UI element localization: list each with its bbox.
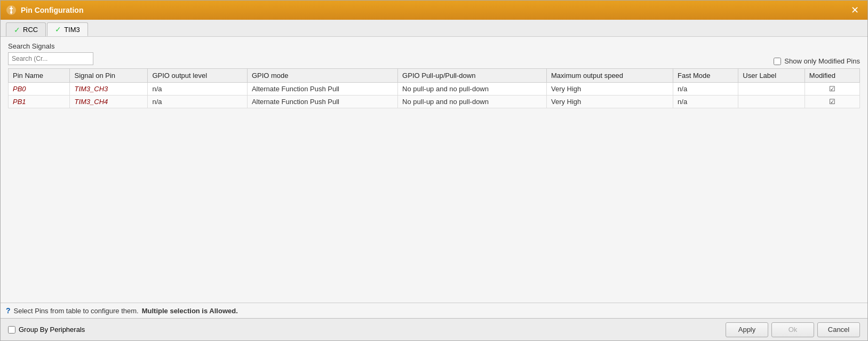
tab-tim3-check-icon: ✓ [55,25,61,34]
cell-row1-col6: n/a [673,96,738,108]
cell-row0-col0: PB0 [9,83,70,96]
cell-row1-col2: n/a [148,96,247,108]
cell-row0-col1: TIM3_CH3 [70,83,148,96]
search-area: Search Signals Show only Modified Pins [1,37,867,68]
col-gpio-pull: GPIO Pull-up/Pull-down [398,69,547,83]
group-by-peripherals-text: Group By Peripherals [19,326,85,334]
tabs-bar: ✓ RCC ✓ TIM3 [1,20,867,37]
status-text-bold: Multiple selection is Allowed. [142,307,238,315]
col-fast-mode: Fast Mode [673,69,738,83]
main-window: Pin Configuration ✕ ✓ RCC ✓ TIM3 Search … [0,0,868,341]
tab-rcc-label: RCC [23,26,38,34]
content-area: Search Signals Show only Modified Pins P… [1,37,867,303]
close-button[interactable]: ✕ [848,3,862,17]
col-gpio-mode: GPIO mode [247,69,397,83]
status-icon: ? [6,306,11,315]
status-text-normal: Select Pins from table to configure them… [14,307,139,315]
bottom-bar: Group By Peripherals Apply Ok Cancel [1,318,867,340]
ok-button[interactable]: Ok [771,322,814,337]
cell-row0-col3: Alternate Function Push Pull [247,83,397,96]
show-modified-text: Show only Modified Pins [784,57,860,65]
search-signals-label: Search Signals [8,42,93,50]
cell-row1-col1: TIM3_CH4 [70,96,148,108]
col-pin-name: Pin Name [9,69,70,83]
show-modified-label[interactable]: Show only Modified Pins [774,57,860,65]
status-bar: ? Select Pins from table to configure th… [1,303,867,318]
cell-row0-col8: ☑ [805,83,859,96]
show-modified-checkbox[interactable] [774,58,781,65]
svg-point-3 [10,11,12,13]
cell-row1-col0: PB1 [9,96,70,108]
cell-row0-col5: Very High [546,83,673,96]
cell-row1-col4: No pull-up and no pull-down [398,96,547,108]
group-by-peripherals-checkbox[interactable] [8,326,15,334]
tab-tim3[interactable]: ✓ TIM3 [47,22,88,36]
cell-row1-col3: Alternate Function Push Pull [247,96,397,108]
cell-row0-col4: No pull-up and no pull-down [398,83,547,96]
apply-button[interactable]: Apply [726,322,768,337]
tab-rcc-check-icon: ✓ [14,26,20,34]
table-row[interactable]: PB1TIM3_CH4n/aAlternate Function Push Pu… [9,96,860,108]
table-row[interactable]: PB0TIM3_CH3n/aAlternate Function Push Pu… [9,83,860,96]
cell-row1-col8: ☑ [805,96,859,108]
col-user-label: User Label [738,69,805,83]
table-container: Pin Name Signal on Pin GPIO output level… [1,68,867,303]
bottom-buttons: Apply Ok Cancel [726,322,860,337]
cell-row0-col6: n/a [673,83,738,96]
col-max-output-speed: Maximum output speed [546,69,673,83]
search-input[interactable] [8,52,93,65]
cell-row0-col7 [738,83,805,96]
table-header-row: Pin Name Signal on Pin GPIO output level… [9,69,860,83]
tab-rcc[interactable]: ✓ RCC [6,22,46,36]
cell-row0-col2: n/a [148,83,247,96]
title-bar: Pin Configuration ✕ [1,1,867,20]
pin-icon [6,5,17,15]
tab-tim3-label: TIM3 [64,26,80,34]
window-title: Pin Configuration [21,6,848,14]
pin-table: Pin Name Signal on Pin GPIO output level… [8,68,860,108]
group-by-peripherals-label[interactable]: Group By Peripherals [8,326,85,334]
search-left: Search Signals [8,42,93,65]
cancel-button[interactable]: Cancel [817,322,860,337]
col-signal-on-pin: Signal on Pin [70,69,148,83]
cell-row1-col7 [738,96,805,108]
col-modified: Modified [805,69,859,83]
col-gpio-output-level: GPIO output level [148,69,247,83]
cell-row1-col5: Very High [546,96,673,108]
